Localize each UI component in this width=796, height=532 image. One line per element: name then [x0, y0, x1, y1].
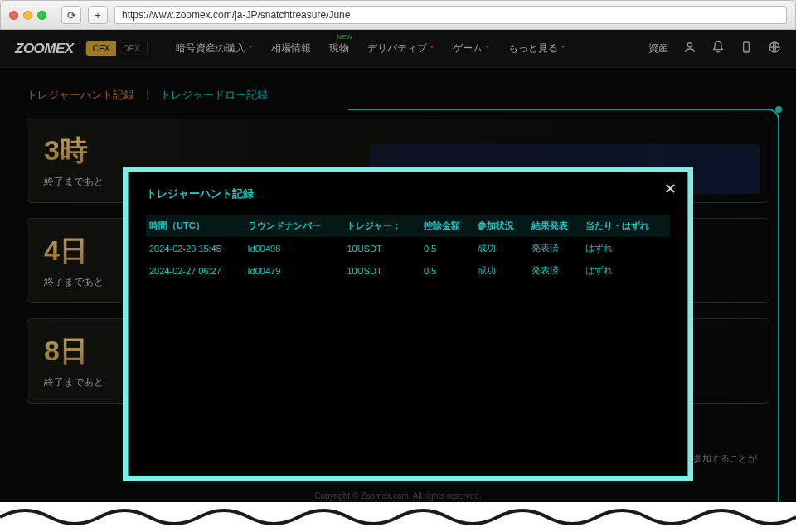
col-winlose: 当たり・はずれ — [582, 215, 670, 237]
close-window-icon[interactable] — [9, 11, 18, 20]
reload-button[interactable]: ⟳ — [61, 6, 81, 24]
col-deduct: 控除金額 — [420, 215, 474, 237]
window-controls — [9, 11, 46, 20]
modal-title: トレジャーハント記録 — [146, 186, 670, 201]
col-result: 結果発表 — [528, 215, 582, 237]
cell-treasure: 10USDT — [343, 259, 420, 282]
minimize-window-icon[interactable] — [23, 11, 32, 20]
col-time: 時間（UTC） — [146, 215, 245, 237]
page-viewport: ZOOMEX CEX DEX 暗号資産の購入 相場情報 現物NEW デリバティブ… — [0, 30, 796, 517]
cell-treasure: 10USDT — [343, 237, 420, 259]
treasure-hunt-record-modal: ✕ トレジャーハント記録 時間（UTC） ラウンドナンバー トレジャー： 控除金… — [123, 167, 693, 481]
cell-result: 発表済 — [528, 237, 582, 259]
browser-titlebar: ⟳ + — [0, 0, 796, 30]
table-row: 2024-02-27 06:27 Id00479 10USDT 0.5 成功 発… — [146, 259, 670, 282]
new-tab-button[interactable]: + — [88, 6, 108, 24]
cell-time: 2024-02-27 06:27 — [146, 259, 245, 282]
torn-edge-decoration — [0, 502, 796, 532]
cell-round: Id00479 — [245, 259, 344, 282]
col-status: 参加状況 — [474, 215, 528, 237]
maximize-window-icon[interactable] — [37, 11, 46, 20]
col-round: ラウンドナンバー — [245, 215, 344, 237]
url-input[interactable] — [114, 6, 787, 24]
table-row: 2024-02-29 15:45 Id00498 10USDT 0.5 成功 発… — [146, 237, 670, 259]
cell-status: 成功 — [474, 237, 528, 259]
cell-round: Id00498 — [245, 237, 344, 259]
col-treasure: トレジャー： — [343, 215, 420, 237]
cell-winlose: はずれ — [582, 237, 670, 259]
cell-winlose: はずれ — [582, 259, 670, 282]
cell-deduct: 0.5 — [420, 237, 474, 259]
record-table: 時間（UTC） ラウンドナンバー トレジャー： 控除金額 参加状況 結果発表 当… — [146, 215, 670, 282]
cell-status: 成功 — [474, 259, 528, 282]
cell-time: 2024-02-29 15:45 — [146, 237, 245, 259]
cell-deduct: 0.5 — [420, 259, 474, 282]
cell-result: 発表済 — [528, 259, 582, 282]
close-icon[interactable]: ✕ — [664, 180, 677, 198]
